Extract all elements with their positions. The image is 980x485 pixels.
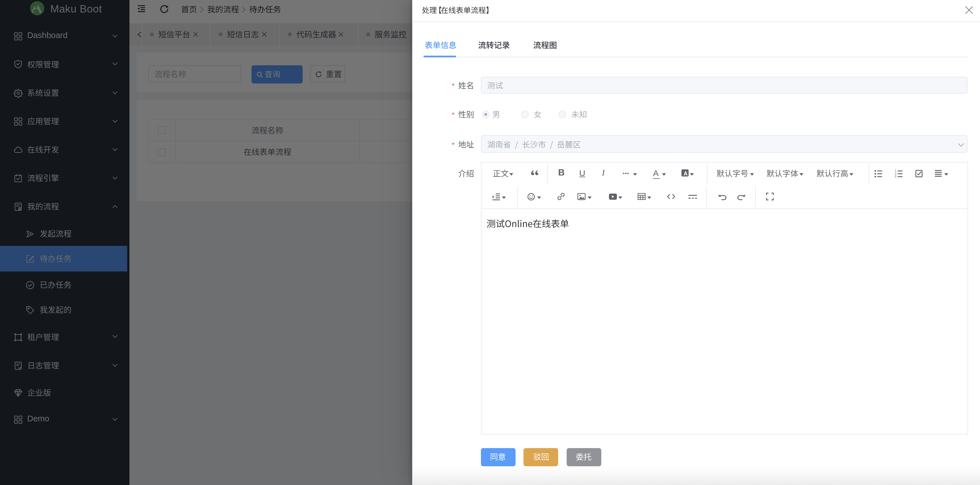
svg-text:1: 1: [895, 169, 897, 172]
svg-text:2: 2: [895, 172, 897, 175]
svg-text:3: 3: [895, 175, 897, 178]
